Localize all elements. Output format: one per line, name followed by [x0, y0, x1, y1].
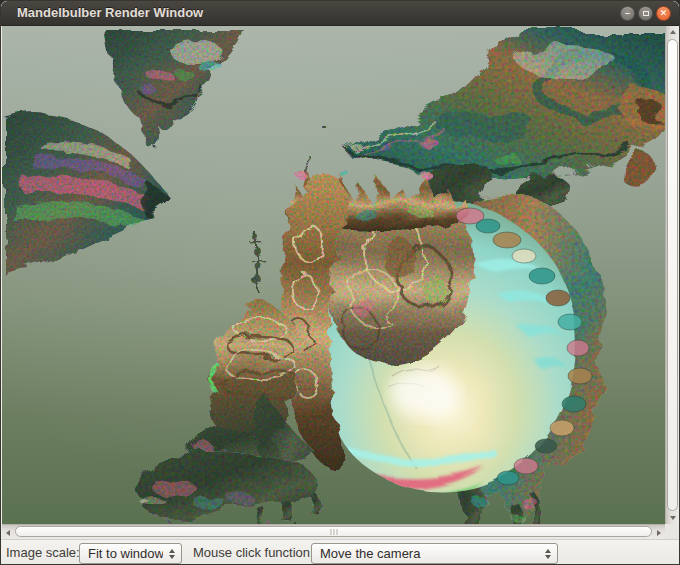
scroll-down-icon[interactable] — [670, 516, 676, 520]
mandelbulber-render-window: Mandelbulber Render Window – ✕ — [0, 0, 680, 565]
horizontal-scrollbar-thumb[interactable] — [15, 526, 652, 537]
scrollbar-grip-icon — [330, 529, 337, 535]
combo-arrows-icon — [539, 549, 557, 559]
scrollbar-corner — [665, 524, 680, 539]
mouse-click-function-label: Mouse click function: — [193, 540, 314, 565]
minimize-icon: – — [625, 9, 630, 18]
scroll-right-icon[interactable] — [657, 530, 661, 536]
window-controls: – ✕ — [620, 6, 671, 21]
vertical-scrollbar-thumb[interactable] — [667, 39, 678, 511]
minimize-button[interactable]: – — [620, 6, 635, 21]
mouse-click-function-combo[interactable]: Move the camera — [311, 543, 558, 564]
image-scale-label: Image scale: — [6, 540, 80, 565]
image-scale-combo[interactable]: Fit to window — [79, 543, 182, 564]
scroll-left-icon[interactable] — [6, 530, 10, 536]
vertical-scrollbar[interactable] — [665, 26, 680, 524]
fractal-top-left-fragment — [102, 26, 325, 148]
fractal-render — [2, 26, 665, 524]
maximize-icon — [643, 11, 649, 16]
close-button[interactable]: ✕ — [656, 6, 671, 21]
horizontal-scrollbar[interactable] — [2, 524, 665, 539]
status-toolbar: Image scale: Fit to window Mouse click f… — [1, 539, 680, 565]
scroll-up-icon[interactable] — [670, 30, 676, 34]
maximize-button[interactable] — [638, 6, 653, 21]
window-title: Mandelbulber Render Window — [17, 1, 203, 25]
render-viewport[interactable] — [2, 26, 665, 524]
close-icon: ✕ — [660, 9, 668, 18]
mouse-click-function-value: Move the camera — [312, 546, 539, 561]
combo-arrows-icon — [163, 549, 181, 559]
titlebar[interactable]: Mandelbulber Render Window – ✕ — [1, 1, 679, 26]
image-scale-value: Fit to window — [80, 546, 163, 561]
